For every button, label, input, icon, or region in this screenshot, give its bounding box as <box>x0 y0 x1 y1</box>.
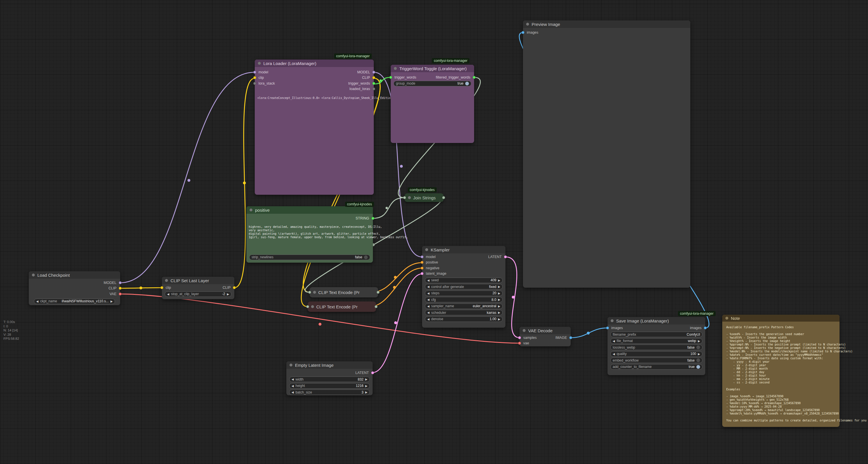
port-image-out[interactable] <box>569 336 572 339</box>
decrement-arrow-icon[interactable]: ◀ <box>427 304 430 308</box>
node-titlebar[interactable]: Lora Loader (LoraManager) <box>255 60 374 67</box>
lossless-webp-widget[interactable]: lossless_webp false <box>610 345 703 350</box>
width-widget[interactable]: ◀ width 832 ▶ <box>289 377 370 382</box>
decrement-arrow-icon[interactable]: ◀ <box>36 300 38 303</box>
port-trigger-words-out[interactable] <box>372 82 375 85</box>
increment-arrow-icon[interactable]: ▶ <box>498 318 500 321</box>
collapse-dot[interactable] <box>313 291 316 294</box>
cfg-widget[interactable]: ◀ cfg 8.0 ▶ <box>425 297 503 302</box>
increment-arrow-icon[interactable]: ▶ <box>498 292 500 295</box>
port-vae-in[interactable] <box>518 342 521 345</box>
filename-prefix-widget[interactable]: filename_prefix ComfyUI <box>610 332 703 337</box>
increment-arrow-icon[interactable]: ▶ <box>365 384 367 387</box>
node-clip-set-last-layer[interactable]: CLIP Set Last Layer clip CLIP ◀ stop_at_… <box>162 277 234 299</box>
port-lora-stack-in[interactable] <box>253 82 256 85</box>
port-filtered-trigger-words-out[interactable] <box>473 76 475 79</box>
port-in[interactable] <box>308 291 311 294</box>
collapse-dot[interactable] <box>250 208 252 211</box>
port-images-in[interactable] <box>522 31 524 34</box>
node-note[interactable]: Note Available filename_prefix Pattern C… <box>722 315 840 427</box>
port-model-out[interactable] <box>372 71 375 74</box>
sampler-name-widget[interactable]: ◀ sampler_name euler_ancestral ▶ <box>425 303 503 309</box>
collapse-dot[interactable] <box>165 279 168 282</box>
port-images-out[interactable] <box>704 326 707 329</box>
node-lora-loader[interactable]: Lora Loader (LoraManager) model MODEL cl… <box>255 60 374 195</box>
increment-arrow-icon[interactable]: ▶ <box>498 298 500 301</box>
node-titlebar[interactable]: positive <box>246 206 373 214</box>
port-clip-out[interactable] <box>119 287 122 290</box>
increment-arrow-icon[interactable]: ▶ <box>227 293 229 296</box>
decrement-arrow-icon[interactable]: ◀ <box>427 285 430 288</box>
toggle-knob[interactable] <box>696 358 700 362</box>
node-clip-text-encode-positive[interactable]: CLIP Text Encode (Pr <box>310 287 378 297</box>
decrement-arrow-icon[interactable]: ◀ <box>427 311 430 314</box>
port-model-out[interactable] <box>119 281 122 284</box>
port-in[interactable] <box>306 305 309 308</box>
decrement-arrow-icon[interactable]: ◀ <box>613 352 615 355</box>
embed-workflow-widget[interactable]: embed_workflow false <box>610 357 703 363</box>
port-conditioning-out[interactable] <box>375 305 377 308</box>
node-load-checkpoint[interactable]: Load Checkpoint MODEL CLIP VAE ◀ ckpt_na… <box>29 271 120 305</box>
increment-arrow-icon[interactable]: ▶ <box>498 304 500 308</box>
node-vae-decode[interactable]: VAE Decode samples IMAGE vae <box>520 327 571 346</box>
port-trigger-words-in[interactable] <box>389 76 392 79</box>
increment-arrow-icon[interactable]: ▶ <box>365 390 367 394</box>
decrement-arrow-icon[interactable]: ◀ <box>427 292 430 295</box>
stop-at-clip-layer-widget[interactable]: ◀ stop_at_clip_layer -2 ▶ <box>165 291 231 297</box>
decrement-arrow-icon[interactable]: ◀ <box>613 340 615 343</box>
port-images-in[interactable] <box>606 326 609 329</box>
increment-arrow-icon[interactable]: ▶ <box>498 285 500 288</box>
height-widget[interactable]: ◀ height 1216 ▶ <box>289 383 370 388</box>
decrement-arrow-icon[interactable]: ◀ <box>167 293 169 296</box>
increment-arrow-icon[interactable]: ▶ <box>698 352 700 355</box>
collapse-dot[interactable] <box>523 329 526 332</box>
port-string-out[interactable] <box>442 196 445 199</box>
port-negative-in[interactable] <box>421 267 424 269</box>
node-empty-latent-image[interactable]: Empty Latent Image LATENT ◀ width 832 ▶ … <box>286 361 373 395</box>
increment-arrow-icon[interactable]: ▶ <box>498 311 500 314</box>
port-conditioning-out[interactable] <box>377 291 379 294</box>
decrement-arrow-icon[interactable]: ◀ <box>291 390 294 394</box>
decrement-arrow-icon[interactable]: ◀ <box>427 298 430 301</box>
port-latent-out[interactable] <box>371 371 374 374</box>
batch-size-widget[interactable]: ◀ batch_size 3 ▶ <box>289 389 370 395</box>
increment-arrow-icon[interactable]: ▶ <box>498 279 500 282</box>
strip-newlines-widget[interactable]: strip_newlines false <box>249 255 370 260</box>
node-titlebar[interactable]: Preview Image <box>523 21 690 28</box>
prompt-text[interactable]: highres, very detailed, amazing quality,… <box>249 225 408 239</box>
port-clip-in[interactable] <box>160 286 163 289</box>
port-string-out[interactable] <box>371 217 374 220</box>
collapse-dot[interactable] <box>526 23 529 26</box>
node-titlebar[interactable]: VAE Decode <box>520 327 571 334</box>
port-clip-in[interactable] <box>253 76 256 79</box>
node-join-strings[interactable]: Join Strings <box>405 193 444 202</box>
note-text[interactable]: Available filename_prefix Pattern Codes … <box>726 326 867 422</box>
collapse-dot[interactable] <box>311 305 314 308</box>
denoise-widget[interactable]: ◀ denoise 1.00 ▶ <box>425 316 503 322</box>
port-model-in[interactable] <box>253 71 256 74</box>
increment-arrow-icon[interactable]: ▶ <box>698 340 700 343</box>
seed-widget[interactable]: ◀ seed 409 ▶ <box>425 278 503 283</box>
decrement-arrow-icon[interactable]: ◀ <box>427 279 430 282</box>
ckpt-name-widget[interactable]: ◀ ckpt_name il\waiNSFWIllustrious_v110.s… <box>34 298 115 304</box>
collapse-dot[interactable] <box>258 62 261 65</box>
toggle-knob[interactable] <box>364 256 368 259</box>
port-model-in[interactable] <box>421 256 424 258</box>
scheduler-widget[interactable]: ◀ scheduler karras ▶ <box>425 310 503 315</box>
node-titlebar[interactable]: CLIP Set Last Layer <box>162 277 234 284</box>
toggle-knob[interactable] <box>696 365 700 369</box>
decrement-arrow-icon[interactable]: ◀ <box>291 378 294 381</box>
increment-arrow-icon[interactable]: ▶ <box>111 300 113 303</box>
collapse-dot[interactable] <box>611 319 614 322</box>
node-preview-image[interactable]: Preview Image images <box>523 21 690 288</box>
port-loaded-loras-out[interactable] <box>372 87 375 90</box>
toggle-knob[interactable] <box>465 82 469 85</box>
file-format-widget[interactable]: ◀ file_format webp ▶ <box>610 338 703 344</box>
control-after-generate-widget[interactable]: ◀ control after generate fixed ▶ <box>425 284 503 289</box>
node-titlebar[interactable]: Load Checkpoint <box>29 271 120 279</box>
node-titlebar[interactable]: TriggerWord Toggle (LoraManager) <box>391 65 474 72</box>
port-vae-out[interactable] <box>119 293 122 295</box>
node-titlebar[interactable]: Save Image (LoraManager) <box>608 317 705 324</box>
port-clip-out[interactable] <box>372 76 375 79</box>
node-positive-prompt[interactable]: positive STRING highres, very detailed, … <box>246 206 373 263</box>
